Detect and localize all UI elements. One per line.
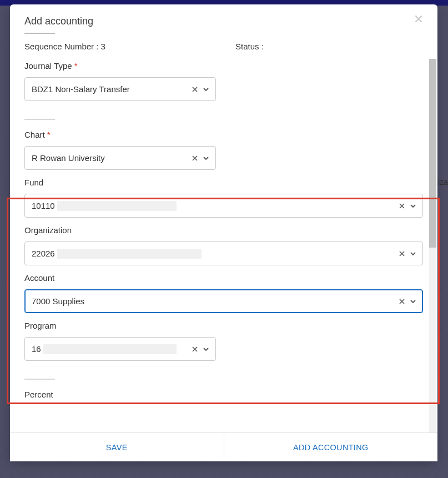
fund-value: 10110 — [32, 201, 55, 210]
clear-icon[interactable] — [398, 250, 406, 258]
chevron-down-icon[interactable] — [202, 345, 210, 353]
meta-row: Sequence Number : 3 Status : — [10, 42, 437, 59]
program-label: Program — [24, 321, 423, 330]
redacted-text — [43, 344, 177, 354]
title-underline — [24, 33, 55, 34]
account-select[interactable]: 7000 Supplies — [24, 289, 423, 313]
organization-label: Organization — [24, 225, 423, 235]
chevron-down-icon[interactable] — [409, 202, 417, 210]
clear-icon[interactable] — [191, 154, 199, 162]
section-separator — [24, 379, 55, 380]
field-program: Program 16 — [24, 321, 423, 361]
percent-label: Percent — [24, 390, 423, 399]
chart-label: Chart * — [24, 130, 423, 139]
chart-label-text: Chart — [24, 130, 45, 139]
journal-type-select[interactable]: BDZ1 Non-Salary Transfer — [24, 77, 216, 101]
redacted-text — [57, 249, 202, 259]
chart-value: R Rowan University — [32, 153, 105, 163]
chevron-down-icon[interactable] — [202, 154, 210, 162]
required-star: * — [47, 130, 51, 139]
field-organization: Organization 22026 — [24, 225, 423, 265]
clear-icon[interactable] — [191, 345, 199, 353]
fund-label: Fund — [24, 178, 423, 187]
close-icon — [414, 14, 423, 23]
field-journal-type: Journal Type * BDZ1 Non-Salary Transfer — [24, 61, 423, 101]
sequence-label: Sequence Number : — [24, 42, 98, 51]
redacted-text — [57, 201, 177, 211]
scrollbar-track[interactable] — [429, 59, 436, 432]
modal-title: Add accounting — [24, 16, 423, 33]
field-chart: Chart * R Rowan University — [24, 130, 423, 170]
add-accounting-button[interactable]: ADD ACCOUNTING — [224, 433, 438, 461]
fund-select[interactable]: 10110 — [24, 194, 423, 218]
account-value: 7000 Supplies — [32, 296, 84, 306]
chevron-down-icon[interactable] — [409, 250, 417, 258]
modal-body-scroll: Journal Type * BDZ1 Non-Salary Transfer … — [10, 59, 437, 432]
journal-type-label-text: Journal Type — [24, 61, 72, 71]
required-star: * — [74, 61, 78, 71]
clear-icon[interactable] — [191, 85, 199, 93]
scrollbar-thumb[interactable] — [429, 59, 436, 248]
organization-select[interactable]: 22026 — [24, 241, 423, 265]
chevron-down-icon[interactable] — [202, 85, 210, 93]
close-button[interactable] — [414, 14, 425, 26]
journal-type-value: BDZ1 Non-Salary Transfer — [32, 84, 130, 94]
chart-select[interactable]: R Rowan University — [24, 146, 216, 170]
journal-type-label: Journal Type * — [24, 61, 423, 71]
field-account: Account 7000 Supplies — [24, 273, 423, 313]
modal-footer: SAVE ADD ACCOUNTING — [10, 432, 437, 461]
section-separator — [24, 119, 55, 120]
status: Status : — [235, 42, 423, 51]
sequence-number: Sequence Number : 3 — [24, 42, 235, 51]
program-value: 16 — [32, 344, 41, 354]
sequence-value: 3 — [101, 42, 105, 51]
chevron-down-icon[interactable] — [409, 298, 417, 305]
status-label: Status : — [235, 42, 264, 51]
program-select[interactable]: 16 — [24, 337, 216, 361]
clear-icon[interactable] — [398, 202, 406, 210]
field-fund: Fund 10110 — [24, 178, 423, 218]
modal-body: Journal Type * BDZ1 Non-Salary Transfer … — [10, 59, 437, 399]
organization-value: 22026 — [32, 249, 55, 258]
save-button[interactable]: SAVE — [10, 433, 224, 461]
clear-icon[interactable] — [398, 298, 406, 305]
background-partial-text: iza — [438, 178, 448, 187]
add-accounting-modal: Add accounting Sequence Number : 3 Statu… — [10, 4, 437, 461]
modal-header: Add accounting — [10, 4, 437, 42]
account-label: Account — [24, 273, 423, 283]
